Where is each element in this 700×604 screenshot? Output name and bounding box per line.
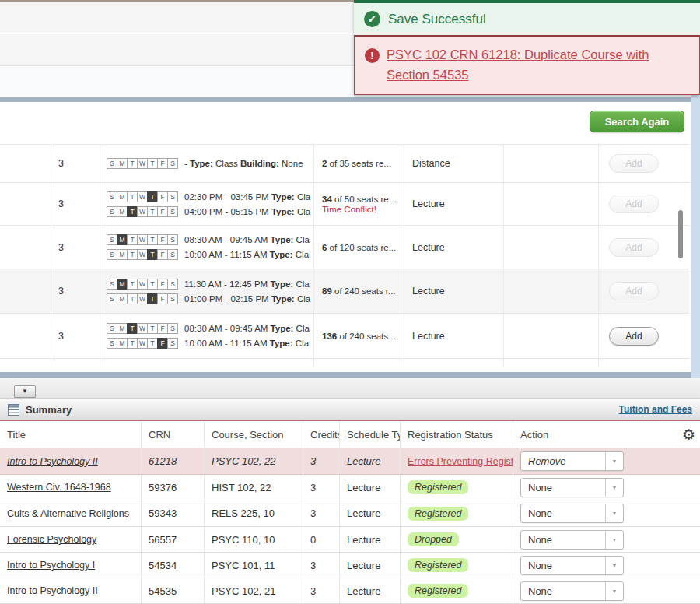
course-title-link[interactable]: Western Civ. 1648-1968 (7, 482, 111, 493)
column-header: Title (0, 421, 142, 448)
day-box: T (147, 323, 158, 334)
cell-title: Western Civ. 1648-1968 (0, 475, 142, 500)
cell-registration-status: Registered (401, 500, 513, 526)
cell-add: Add (599, 226, 689, 269)
page-root: Search Again 3SMTWTFS- Type: Class Build… (0, 0, 700, 604)
day-box: T (127, 191, 138, 202)
meeting-line: SMTWTFS10:00 AM - 11:15 AM Type: Cla (107, 338, 313, 349)
course-title-link[interactable]: Forensic Psychology (7, 534, 96, 545)
action-dropdown[interactable]: None▼ (520, 478, 624, 497)
cell-title: Intro to Psychology I (0, 553, 142, 578)
cell-registration-status: Registered (401, 475, 513, 500)
add-button[interactable]: Add (609, 327, 659, 346)
cell-schedule-type: Distance (404, 145, 504, 182)
day-selector: SMTWTFS (107, 249, 177, 260)
day-box: S (167, 338, 178, 349)
collapse-summary-button[interactable]: ▼ (14, 385, 36, 398)
action-dropdown[interactable]: None▼ (520, 556, 624, 575)
cell-add (599, 359, 689, 367)
day-box: M (117, 338, 128, 349)
cell-registration-status: Registered (401, 553, 513, 578)
meeting-line: SMTWTFS08:30 AM - 09:45 AM Type: Cla (107, 323, 313, 334)
meeting-text: 08:30 AM - 09:45 AM Type: Cla (184, 235, 310, 244)
day-box: M (117, 279, 128, 290)
cell-meeting-times: SMTWTFS08:30 AM - 09:45 AM Type: ClaSMTW… (100, 226, 314, 269)
cell-schedule-type: Lecture (340, 500, 401, 526)
day-box: M (117, 249, 128, 260)
status-badge: Registered (408, 558, 468, 572)
day-box: F (157, 279, 168, 290)
duplicate-course-error-link[interactable]: PSYC 102 CRN 61218: Duplicate Course wit… (387, 45, 688, 85)
save-successful-label: Save Successful (388, 12, 486, 27)
summary-table-header-row: TitleCRNCourse, SectionCreditsSchedule T… (0, 421, 700, 448)
add-button[interactable]: Add (609, 154, 659, 173)
cell-add: Add (599, 183, 689, 225)
course-title-link[interactable]: Intro to Psychology I (7, 560, 95, 571)
cell-meeting-times: SMTWTFS02:30 PM - 03:45 PM Type: ClaSMTW… (100, 183, 314, 225)
seats-text: 2 of 35 seats re... (322, 159, 404, 168)
cell-crn: 56557 (142, 527, 205, 552)
chevron-down-icon: ▼ (605, 582, 623, 600)
cell-meeting-times: SMTWTFS- Type: Class Building: None (100, 145, 314, 182)
day-box: M (117, 293, 128, 304)
meeting-text: 10:00 AM - 11:15 AM Type: Cla (184, 250, 309, 259)
cell-credits: 3 (51, 314, 100, 358)
day-box: T (127, 323, 138, 334)
column-header: Schedule Type (340, 421, 401, 448)
search-results-table: 3SMTWTFS- Type: Class Building: None2 of… (0, 144, 689, 367)
day-box: T (147, 249, 158, 260)
course-title-link[interactable]: Cults & Alternative Religions (7, 508, 129, 519)
day-box: M (117, 158, 128, 169)
action-dropdown[interactable]: None▼ (520, 581, 624, 601)
course-title-link[interactable]: Intro to Psychology II (7, 585, 98, 596)
action-dropdown[interactable]: Remove▼ (520, 451, 624, 471)
vertical-scrollbar-thumb[interactable] (678, 210, 683, 258)
status-badge: Registered (408, 507, 468, 521)
day-box: S (107, 158, 117, 169)
chevron-down-icon: ▼ (605, 452, 623, 470)
cell-empty (504, 359, 599, 367)
summary-row: Intro to Psychology I54534PSYC 101, 113L… (0, 553, 700, 578)
action-dropdown[interactable]: None▼ (520, 530, 624, 550)
day-box: T (147, 158, 158, 169)
status-badge: Registered (408, 584, 468, 598)
tuition-fees-link[interactable]: Tuition and Fees (619, 404, 692, 415)
add-button[interactable]: Add (609, 282, 659, 300)
registration-error-link[interactable]: Errors Preventing Regist... (408, 456, 513, 467)
status-badge: Registered (408, 480, 468, 494)
day-box: W (137, 338, 148, 349)
cell-credits: 3 (303, 500, 340, 526)
day-box: S (167, 191, 178, 202)
search-again-button[interactable]: Search Again (590, 111, 684, 132)
day-box: T (127, 249, 138, 260)
gear-icon[interactable]: ⚙ (682, 424, 695, 445)
cell-schedule-type: Lecture (340, 475, 401, 500)
column-header: Course, Section (205, 421, 303, 448)
meeting-text: 10:00 AM - 11:15 AM Type: Cla (184, 339, 309, 348)
add-button[interactable]: Add (609, 195, 659, 213)
cell-add: Add (599, 145, 689, 182)
add-button[interactable]: Add (609, 238, 659, 257)
summary-row: Cults & Alternative Religions59343RELS 2… (0, 500, 700, 527)
result-row: 3SMTWTFS11:30 AM - 12:45 PM Type: ClaSMT… (0, 269, 689, 314)
cell-seats: 6 of 120 seats re... (314, 226, 404, 269)
error-banner: ! PSYC 102 CRN 61218: Duplicate Course w… (354, 35, 700, 95)
result-row: 3SMTWTFS02:30 PM - 03:45 PM Type: ClaSMT… (0, 183, 689, 226)
cell-empty (504, 145, 599, 182)
panel-splitter[interactable]: ▼ (0, 378, 700, 398)
day-selector: SMTWTFS (107, 234, 177, 245)
day-box: T (147, 293, 158, 304)
day-box: W (137, 234, 148, 245)
action-dropdown-value: None (521, 534, 605, 546)
day-box: W (137, 249, 148, 260)
day-box: W (137, 191, 148, 202)
course-title-link[interactable]: Intro to Psychology II (7, 456, 98, 467)
day-selector: SMTWTFS (107, 158, 177, 169)
cell-schedule-type: Lecture (404, 183, 504, 225)
action-dropdown[interactable]: None▼ (520, 504, 624, 523)
chevron-down-icon: ▼ (605, 479, 623, 497)
result-row: 3SMTWTFS- Type: Class Building: None2 of… (0, 145, 689, 183)
cell-crn: 54535 (142, 578, 205, 603)
status-badge: Dropped (408, 532, 459, 546)
action-dropdown-value: Remove (521, 455, 605, 467)
